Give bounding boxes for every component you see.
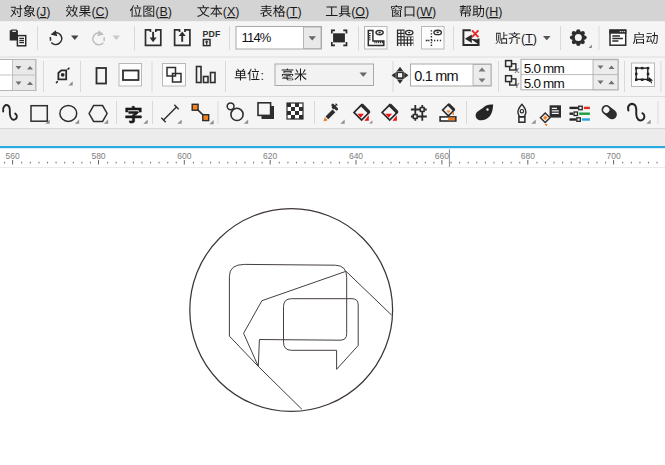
svg-text:114%: 114% (242, 30, 272, 45)
svg-text:PDF: PDF (203, 29, 221, 39)
svg-text:620: 620 (263, 151, 277, 161)
svg-text::: : (261, 69, 264, 83)
svg-text:(B): (B) (155, 5, 172, 19)
svg-text:660: 660 (435, 151, 449, 161)
svg-text:600: 600 (177, 151, 191, 161)
svg-text:0.1 mm: 0.1 mm (414, 68, 458, 84)
svg-text:(T): (T) (286, 5, 302, 19)
svg-text:560: 560 (6, 151, 20, 161)
svg-text:700: 700 (607, 151, 621, 161)
svg-text:5.0 mm: 5.0 mm (524, 76, 565, 91)
svg-text:640: 640 (349, 151, 363, 161)
svg-text:(O): (O) (351, 5, 369, 19)
svg-text:(W): (W) (416, 5, 436, 19)
svg-text:5.0 mm: 5.0 mm (524, 61, 565, 76)
svg-text:680: 680 (521, 151, 535, 161)
svg-text:(T): (T) (521, 32, 537, 46)
svg-text:580: 580 (91, 151, 105, 161)
svg-text:Y: Y (515, 82, 520, 89)
svg-text:(X): (X) (223, 5, 240, 19)
svg-text:X: X (515, 67, 520, 74)
svg-text:(C): (C) (91, 5, 108, 19)
svg-text:(J): (J) (36, 5, 51, 19)
svg-text:(H): (H) (485, 5, 502, 19)
